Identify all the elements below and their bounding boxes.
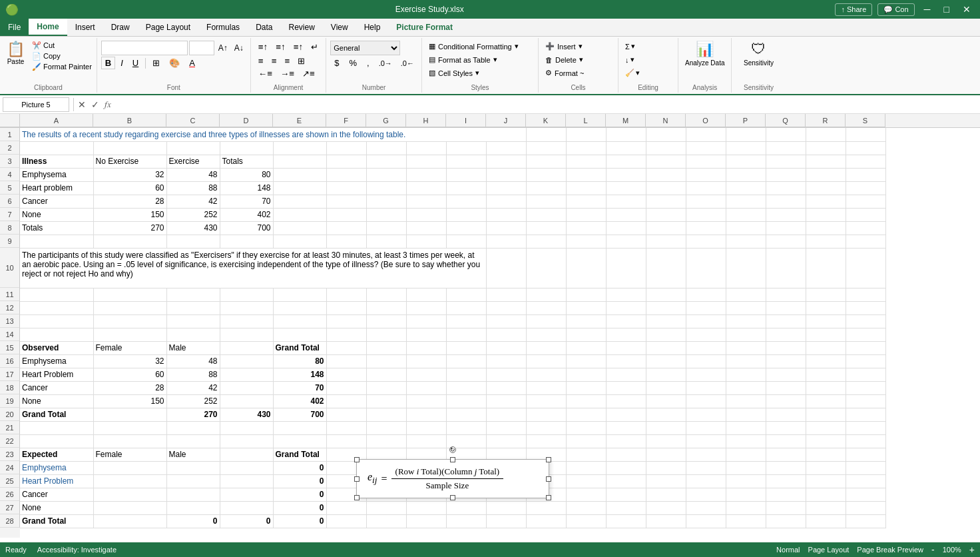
row-header-8[interactable]: 8 (0, 221, 20, 235)
grid-cell[interactable] (220, 354, 273, 368)
grid-cell[interactable] (326, 354, 366, 368)
grid-cell[interactable]: 70 (273, 381, 326, 394)
col-header-P[interactable]: P (726, 114, 766, 127)
grid-cell[interactable] (220, 421, 273, 434)
grid-cell[interactable] (646, 368, 686, 381)
tab-file[interactable]: File (0, 19, 29, 36)
grid-cell[interactable] (846, 434, 885, 448)
grid-cell[interactable] (606, 221, 646, 235)
grid-cell[interactable] (686, 408, 726, 421)
grid-cell[interactable] (526, 394, 566, 408)
dec-inc-button[interactable]: .0→ (375, 58, 395, 69)
grid-cell[interactable] (726, 474, 766, 488)
grid-cell[interactable] (686, 448, 726, 461)
grid-cell[interactable]: Male (166, 341, 220, 354)
grid-cell[interactable] (606, 514, 646, 528)
grid-cell[interactable] (446, 368, 486, 381)
grid-cell[interactable] (806, 341, 846, 354)
grid-cell[interactable]: Exercise (166, 155, 220, 168)
grid-cell[interactable] (606, 461, 646, 474)
grid-cell[interactable] (486, 155, 526, 168)
grid-cell[interactable] (686, 394, 726, 408)
grid-cell[interactable] (486, 235, 526, 248)
number-format-select[interactable]: General Number Currency Percentage (330, 41, 400, 55)
grid-cell[interactable] (326, 408, 366, 421)
grid-cell[interactable] (806, 181, 846, 195)
row-header-5[interactable]: 5 (0, 181, 20, 195)
grid-cell[interactable] (406, 301, 446, 314)
grid-cell[interactable] (726, 421, 766, 434)
grid-cell[interactable]: Illness (20, 155, 93, 168)
grid-cell[interactable] (446, 141, 486, 155)
align-top-right[interactable]: ≡↑ (290, 41, 306, 53)
grid-cell[interactable] (646, 155, 686, 168)
grid-cell[interactable] (366, 501, 406, 514)
grid-cell[interactable] (566, 394, 606, 408)
grid-cell[interactable] (566, 474, 606, 488)
grid-cell[interactable] (686, 421, 726, 434)
grid-cell[interactable]: Female (93, 341, 166, 354)
grid-cell[interactable]: 80 (220, 168, 273, 181)
grid-cell[interactable] (526, 155, 566, 168)
format-as-table-button[interactable]: ▤ Format as Table ▾ (426, 54, 534, 65)
row-header-24[interactable]: 24 (0, 461, 20, 474)
cell-styles-button[interactable]: ▧ Cell Styles ▾ (426, 67, 534, 79)
grid-cell[interactable]: Cancer (20, 195, 93, 208)
grid-cell[interactable] (326, 421, 366, 434)
grid-cell[interactable] (766, 195, 806, 208)
grid-cell[interactable] (366, 301, 406, 314)
grid-cell[interactable] (646, 501, 686, 514)
rotate-handle[interactable]: ↻ (449, 446, 456, 453)
grid-cell[interactable] (726, 141, 766, 155)
formula-image-box[interactable]: ↻ eij = (Row i Total)(Column j Total) Sa… (356, 459, 549, 498)
grid-cell[interactable] (566, 408, 606, 421)
orientation[interactable]: ↗≡ (299, 67, 318, 80)
tab-page-layout[interactable]: Page Layout (138, 19, 198, 36)
grid-cell[interactable] (686, 155, 726, 168)
grid-cell[interactable] (220, 288, 273, 301)
grid-cell[interactable]: Expected (20, 448, 93, 461)
grid-cell[interactable] (686, 328, 726, 341)
grid-cell[interactable] (646, 408, 686, 421)
grid-cell[interactable] (326, 208, 366, 221)
grid-cell[interactable] (606, 381, 646, 394)
grid-cell[interactable] (446, 328, 486, 341)
grid-cell[interactable] (646, 181, 686, 195)
grid-cell[interactable] (726, 341, 766, 354)
grid-cell[interactable]: No Exercise (93, 155, 166, 168)
grid-cell[interactable] (326, 501, 366, 514)
grid-cell[interactable] (566, 288, 606, 301)
grid-cell[interactable] (326, 381, 366, 394)
grid-cell[interactable] (646, 128, 686, 141)
grid-cell[interactable] (273, 208, 326, 221)
tab-formulas[interactable]: Formulas (198, 19, 248, 36)
grid-cell[interactable] (566, 221, 606, 235)
grid-cell[interactable] (846, 168, 885, 181)
grid-cell[interactable] (273, 434, 326, 448)
bold-button[interactable]: B (101, 57, 115, 69)
grid-cell[interactable] (446, 301, 486, 314)
conditional-formatting-button[interactable]: ▦ Conditional Formatting ▾ (426, 41, 534, 52)
grid-cell[interactable] (526, 288, 566, 301)
grid-cell[interactable] (606, 394, 646, 408)
grid-cell[interactable] (806, 448, 846, 461)
grid-cell[interactable] (606, 208, 646, 221)
paste-button[interactable]: 📋 Paste (3, 39, 29, 67)
grid-cell[interactable]: None (20, 208, 93, 221)
grid-cell[interactable] (606, 181, 646, 195)
format-painter-button[interactable]: 🖌️ Format Painter (30, 62, 94, 72)
grid-cell[interactable] (166, 501, 220, 514)
grid-cell[interactable] (406, 394, 446, 408)
grid-cell[interactable] (806, 221, 846, 235)
grid-cell[interactable] (486, 381, 526, 394)
grid-cell[interactable] (726, 288, 766, 301)
grid-cell[interactable] (606, 155, 646, 168)
grid-cell[interactable]: 0 (220, 514, 273, 528)
grid-cell[interactable] (726, 195, 766, 208)
grid-cell[interactable] (646, 474, 686, 488)
grid-cell[interactable] (566, 248, 606, 288)
insert-function-button[interactable]: 𝑓𝑥 (102, 99, 114, 110)
grid-cell[interactable] (526, 328, 566, 341)
row-header-20[interactable]: 20 (0, 408, 20, 421)
grid-cell[interactable] (566, 181, 606, 195)
